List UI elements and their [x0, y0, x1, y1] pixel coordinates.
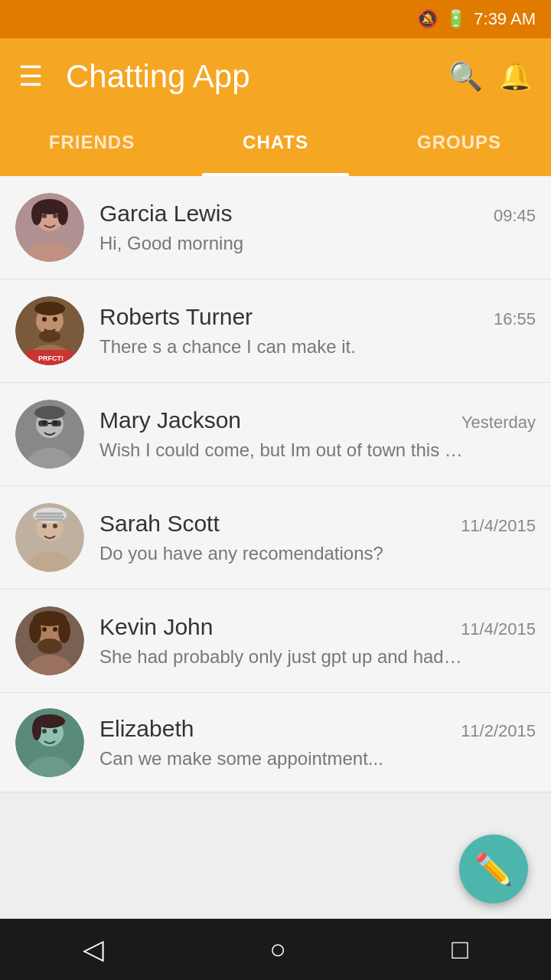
chat-item[interactable]: Sarah Scott 11/4/2015 Do you have any re…: [0, 486, 551, 590]
chat-time: 09:45: [494, 206, 536, 226]
svg-point-6: [31, 204, 42, 225]
chat-name-row: Kevin John 11/4/2015: [99, 614, 536, 640]
chat-item[interactable]: Elizabeth 11/2/2015 Can we make some app…: [0, 693, 551, 792]
status-bar: 🔕 🔋 7:39 AM: [0, 0, 551, 38]
chat-name: Mary Jackson: [99, 407, 241, 433]
chat-name: Kevin John: [99, 614, 213, 640]
chat-content: Garcia Lewis 09:45 Hi, Good morning: [99, 201, 536, 254]
svg-point-48: [53, 729, 57, 733]
chat-name-row: Mary Jackson Yesterday: [99, 407, 536, 433]
svg-point-3: [42, 214, 47, 218]
avatar: [15, 606, 84, 675]
chat-content: Sarah Scott 11/4/2015 Do you have any re…: [99, 511, 536, 564]
menu-icon[interactable]: ☰: [18, 60, 43, 93]
status-time: 7:39 AM: [474, 9, 536, 29]
tab-groups[interactable]: GROUPS: [367, 115, 551, 176]
svg-point-50: [32, 719, 41, 740]
avatar: [15, 400, 84, 469]
chat-preview: Do you have any recomendations?: [99, 543, 467, 564]
avatar: PRFCT!: [15, 296, 84, 365]
edit-icon: ✏️: [474, 851, 513, 887]
avatar: [15, 193, 84, 262]
notification-off-icon: 🔕: [417, 9, 438, 29]
chat-content: Kevin John 11/4/2015 She had probably on…: [99, 614, 536, 668]
svg-point-30: [53, 524, 57, 528]
svg-point-38: [42, 627, 47, 632]
svg-point-14: [34, 302, 65, 315]
chat-name: Elizabeth: [99, 716, 194, 742]
chat-content: Roberts Turner 16:55 There s a chance I …: [99, 304, 536, 358]
chat-name-row: Sarah Scott 11/4/2015: [99, 511, 536, 537]
svg-rect-22: [38, 420, 48, 426]
svg-text:PRFCT!: PRFCT!: [38, 354, 64, 362]
svg-point-25: [34, 406, 65, 420]
chat-item[interactable]: Kevin John 11/4/2015 She had probably on…: [0, 590, 551, 693]
tab-chats[interactable]: CHATS: [184, 115, 367, 176]
chat-time: 11/4/2015: [461, 516, 536, 536]
chat-content: Mary Jackson Yesterday Wish I could come…: [99, 407, 536, 461]
chat-time: 11/2/2015: [461, 721, 536, 741]
search-icon[interactable]: 🔍: [448, 60, 483, 93]
app-title: Chatting App: [66, 58, 433, 95]
chat-time: 11/4/2015: [461, 619, 536, 639]
svg-point-13: [39, 330, 60, 342]
svg-rect-23: [51, 420, 61, 426]
svg-point-39: [53, 627, 57, 632]
notification-icon[interactable]: 🔔: [498, 60, 533, 93]
back-button[interactable]: ◁: [60, 926, 127, 973]
chat-item[interactable]: Mary Jackson Yesterday Wish I could come…: [0, 383, 551, 486]
chat-preview: Hi, Good morning: [99, 233, 467, 254]
svg-point-29: [42, 524, 47, 528]
avatar: [15, 708, 84, 777]
status-icons: 🔕 🔋 7:39 AM: [417, 9, 536, 29]
svg-point-43: [58, 619, 70, 643]
svg-point-12: [53, 317, 57, 322]
svg-point-40: [37, 639, 62, 654]
chat-preview: Can we make some appointment...: [99, 748, 467, 769]
chat-item[interactable]: Garcia Lewis 09:45 Hi, Good morning: [0, 176, 551, 279]
chat-time: Yesterday: [461, 413, 536, 433]
svg-point-47: [42, 729, 47, 733]
chat-name-row: Garcia Lewis 09:45: [99, 201, 536, 227]
chat-time: 16:55: [494, 309, 536, 329]
bottom-nav: ◁ ○ □: [0, 919, 551, 980]
chat-item[interactable]: PRFCT! Roberts Turner 16:55 There s a ch…: [0, 279, 551, 383]
compose-fab[interactable]: ✏️: [459, 835, 528, 903]
battery-icon: 🔋: [445, 9, 466, 29]
chat-content: Elizabeth 11/2/2015 Can we make some app…: [99, 716, 536, 769]
tab-friends[interactable]: FRIENDS: [0, 115, 184, 176]
chat-name-row: Roberts Turner 16:55: [99, 304, 536, 330]
svg-point-7: [57, 204, 68, 225]
chat-preview: Wish I could come, but Im out of town th…: [99, 439, 467, 461]
tab-bar: FRIENDS CHATS GROUPS: [0, 115, 551, 176]
chat-name: Garcia Lewis: [99, 201, 232, 227]
svg-point-42: [29, 619, 41, 643]
svg-point-11: [42, 317, 47, 322]
chat-preview: There s a chance I can make it.: [99, 336, 467, 358]
avatar: [15, 503, 84, 572]
chat-preview: She had probably only just gpt up and ha…: [99, 646, 467, 668]
chat-name: Sarah Scott: [99, 511, 220, 537]
chat-name: Roberts Turner: [99, 304, 253, 330]
chat-list: Garcia Lewis 09:45 Hi, Good morning: [0, 176, 551, 792]
chat-name-row: Elizabeth 11/2/2015: [99, 716, 536, 742]
app-header: ☰ Chatting App 🔍 🔔: [0, 38, 551, 115]
home-button[interactable]: ○: [246, 926, 309, 973]
svg-point-4: [53, 214, 57, 218]
recents-button[interactable]: □: [429, 926, 491, 973]
